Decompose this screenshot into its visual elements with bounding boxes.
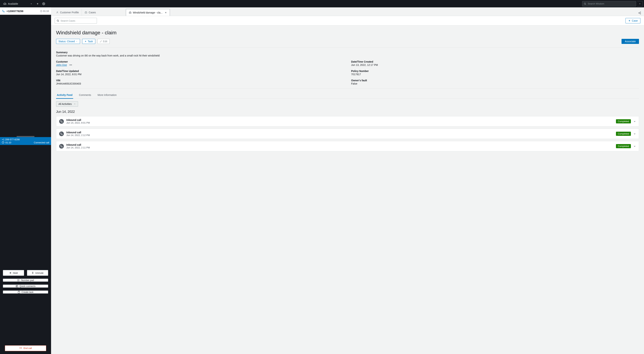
activity-title: Inbound call bbox=[66, 143, 90, 146]
tab-comments[interactable]: Comments bbox=[78, 92, 92, 99]
phone-icon bbox=[59, 119, 64, 124]
plus-icon bbox=[628, 20, 631, 22]
svg-rect-20 bbox=[129, 12, 131, 14]
created-label: Date/Time Created bbox=[351, 60, 639, 63]
task-button[interactable]: Task bbox=[82, 39, 95, 44]
svg-point-21 bbox=[640, 12, 641, 13]
activity-item[interactable]: Inbound call Jun 14, 2022, 8:01 PM Compl… bbox=[56, 116, 639, 126]
call-tab-timer: 01:10 bbox=[40, 10, 49, 13]
activity-item[interactable]: Inbound call Jun 14, 2022, 2:11 PM Compl… bbox=[56, 141, 639, 151]
wisdom-search-dropdown[interactable] bbox=[637, 1, 642, 7]
svg-rect-4 bbox=[10, 272, 10, 274]
wisdom-search[interactable] bbox=[582, 1, 636, 7]
close-tab-button[interactable] bbox=[165, 12, 167, 14]
quick-connects-button[interactable]: Quick connects bbox=[3, 284, 48, 288]
connected-call-bar: +1 206-577-8298 01:10 Connected call bbox=[0, 137, 51, 145]
chevron-down-icon bbox=[639, 3, 641, 5]
horizontal-scrollbar[interactable] bbox=[16, 136, 34, 137]
phone-icon bbox=[2, 10, 5, 13]
summary-label: Summary bbox=[56, 51, 639, 54]
updated-label: Date/Time Updated bbox=[56, 70, 344, 73]
svg-point-11 bbox=[19, 280, 19, 280]
activity-tabs: Activity Feed Comments More Information bbox=[56, 92, 639, 99]
svg-point-13 bbox=[18, 281, 18, 281]
settings-button[interactable] bbox=[41, 1, 46, 6]
gear-icon bbox=[42, 2, 45, 5]
customer-link[interactable]: John Doe bbox=[56, 64, 67, 66]
tab-cases[interactable]: Cases bbox=[82, 9, 99, 16]
wisdom-search-input[interactable] bbox=[588, 2, 634, 5]
svg-point-24 bbox=[57, 20, 58, 21]
svg-point-23 bbox=[640, 14, 641, 14]
svg-point-1 bbox=[584, 3, 586, 4]
new-case-button[interactable]: Case bbox=[626, 18, 640, 23]
end-call-button[interactable]: End call bbox=[5, 345, 46, 351]
expand-button[interactable] bbox=[634, 133, 636, 135]
svg-point-8 bbox=[19, 279, 19, 279]
feed-date-header: Jun 14, 2022 bbox=[56, 110, 639, 114]
expand-button[interactable] bbox=[634, 120, 636, 123]
connected-timer: 01:10 bbox=[6, 141, 11, 144]
plus-icon bbox=[36, 3, 39, 5]
policy-value: 7017817 bbox=[351, 73, 639, 76]
tab-customer-profile[interactable]: Customer Profile bbox=[53, 9, 82, 16]
status-badge: Completed bbox=[616, 144, 631, 148]
pencil-icon bbox=[100, 40, 102, 43]
case-search-box[interactable] bbox=[55, 18, 97, 24]
summary-text: Customer was driving on i90 on the way b… bbox=[56, 54, 639, 57]
case-search-bar: Case bbox=[51, 16, 644, 26]
edit-button[interactable]: Edit bbox=[98, 39, 110, 44]
clipboard-icon bbox=[18, 291, 20, 293]
activity-filter-dropdown[interactable]: All Activities bbox=[56, 101, 78, 107]
pause-icon bbox=[9, 272, 12, 274]
activity-time: Jun 14, 2022, 8:01 PM bbox=[66, 121, 90, 124]
plus-icon bbox=[84, 40, 87, 43]
share-button[interactable] bbox=[635, 10, 644, 16]
add-button[interactable] bbox=[35, 1, 40, 6]
status-badge: Completed bbox=[616, 132, 631, 136]
case-search-input[interactable] bbox=[60, 20, 95, 22]
updated-value: Jun 14, 2022, 8:01 PM bbox=[56, 73, 344, 76]
fault-label: Owner's fault bbox=[351, 79, 639, 82]
vin-value: JH4KA4650JC000403 bbox=[56, 82, 344, 85]
created-value: Jun 13, 2022, 12:17 PM bbox=[351, 64, 639, 66]
share-icon bbox=[638, 12, 641, 15]
case-action-row: Status: Closed Task Edit Associate bbox=[56, 39, 639, 44]
mic-icon bbox=[32, 272, 34, 274]
expand-button[interactable] bbox=[634, 145, 636, 148]
number-pad-button[interactable]: Number pad bbox=[3, 279, 48, 282]
svg-rect-17 bbox=[18, 291, 19, 291]
active-call-tab[interactable]: +12065778298 01:10 bbox=[0, 7, 51, 15]
status-dropdown[interactable]: Status: Closed bbox=[56, 39, 80, 44]
tab-activity-feed[interactable]: Activity Feed bbox=[56, 92, 73, 99]
search-icon bbox=[584, 3, 586, 5]
chevron-down-icon bbox=[634, 145, 636, 148]
customer-more-button[interactable]: ••• bbox=[70, 64, 72, 66]
svg-point-14 bbox=[19, 281, 19, 281]
agent-status-dropdown[interactable]: Available bbox=[2, 1, 34, 7]
unmute-button[interactable]: Unmute bbox=[27, 270, 48, 276]
svg-point-12 bbox=[18, 281, 18, 281]
associate-button[interactable]: Associate bbox=[622, 39, 639, 44]
call-content-area bbox=[0, 15, 51, 137]
chevron-down-icon bbox=[634, 133, 636, 135]
clock-icon bbox=[2, 141, 4, 144]
svg-rect-19 bbox=[85, 12, 87, 13]
activity-title: Inbound call bbox=[66, 131, 90, 134]
tab-case-detail[interactable]: Windshield damage - cla... bbox=[126, 9, 170, 16]
close-icon bbox=[165, 12, 167, 14]
clock-icon bbox=[40, 10, 42, 12]
create-task-button[interactable]: Create task bbox=[3, 290, 48, 293]
hold-button[interactable]: Hold bbox=[3, 270, 24, 276]
activity-feed-list: Inbound call Jun 14, 2022, 8:01 PM Compl… bbox=[56, 116, 639, 151]
workspace-panel: Customer Profile Cases Windshield damage… bbox=[51, 7, 644, 354]
activity-time: Jun 14, 2022, 2:12 PM bbox=[66, 134, 90, 137]
caret-down-icon bbox=[74, 103, 76, 105]
activity-item[interactable]: Inbound call Jun 14, 2022, 2:12 PM Compl… bbox=[56, 129, 639, 139]
svg-point-16 bbox=[16, 286, 17, 286]
activity-title: Inbound call bbox=[66, 119, 90, 121]
chevron-down-icon bbox=[30, 3, 32, 5]
customer-label: Customer bbox=[56, 60, 344, 63]
call-panel: +12065778298 01:10 +1 206-577-8298 01:10… bbox=[0, 7, 51, 354]
tab-more-info[interactable]: More Information bbox=[97, 92, 118, 99]
